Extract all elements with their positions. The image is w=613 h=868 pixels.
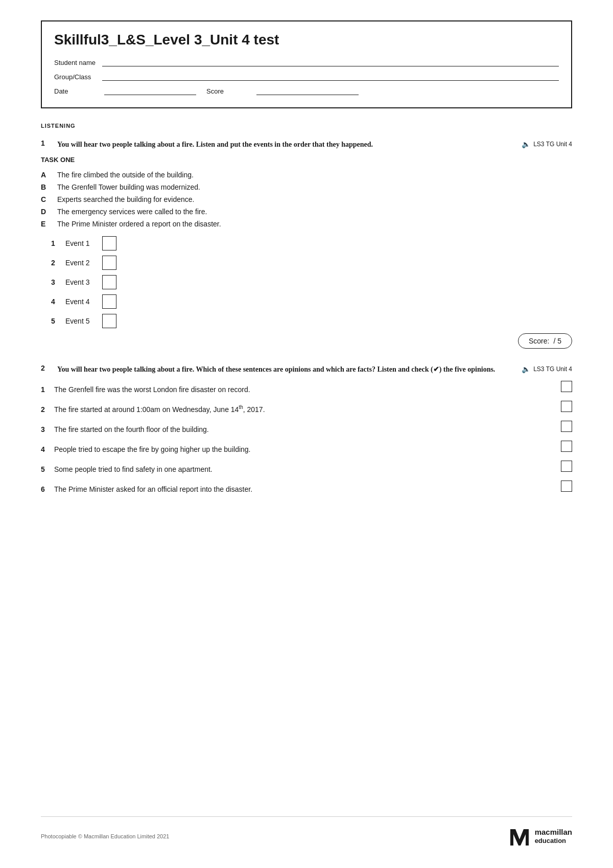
sentence-3-number: 3	[41, 425, 49, 433]
event-1-answer-box[interactable]	[102, 236, 116, 250]
option-D: D The emergency services were called to …	[41, 208, 572, 216]
score-box-1: Score: / 5	[518, 333, 572, 349]
brand-line-1: macmillan	[535, 827, 572, 837]
event-5: 5 Event 5	[51, 314, 572, 328]
sentence-1: 1 The Grenfell fire was the worst London…	[41, 381, 572, 394]
sentence-2-text: The fire started at around 1:00am on Wed…	[54, 404, 554, 414]
superscript-th: th	[239, 404, 243, 410]
macmillan-brand-text: macmillan education	[535, 827, 572, 846]
date-line[interactable]	[104, 86, 196, 95]
page-title: Skillful3_L&S_Level 3_Unit 4 test	[54, 32, 559, 48]
event-4-label: Event 4	[65, 298, 96, 306]
sentence-5: 5 Some people tried to find safety in on…	[41, 461, 572, 473]
sentence-5-number: 5	[41, 465, 49, 473]
sentence-4: 4 People tried to escape the fire by goi…	[41, 441, 572, 453]
event-3-answer-box[interactable]	[102, 275, 116, 289]
sentence-4-text: People tried to escape the fire by going…	[54, 445, 554, 453]
sentence-6: 6 The Prime Minister asked for an offici…	[41, 481, 572, 493]
option-C: C Experts searched the building for evid…	[41, 195, 572, 203]
student-name-line[interactable]	[102, 57, 559, 66]
student-name-row: Student name	[54, 57, 559, 66]
sentence-1-check-box[interactable]	[561, 381, 572, 392]
sentence-1-text: The Grenfell fire was the worst London f…	[54, 385, 554, 394]
score-label-1: Score:	[529, 337, 549, 345]
speaker-icon: 🔈	[522, 140, 530, 148]
question-1-instruction: You will hear two people talking about a…	[57, 139, 373, 150]
option-A: A The fire climbed the outside of the bu…	[41, 171, 572, 179]
date-label: Date	[54, 87, 100, 95]
event-3-label: Event 3	[65, 278, 96, 286]
question-2-number-text: 2 You will hear two people talking about…	[41, 364, 511, 375]
option-B-letter: B	[41, 183, 51, 191]
event-5-label: Event 5	[65, 317, 96, 325]
option-E: E The Prime Minister ordered a report on…	[41, 220, 572, 228]
date-group: Date	[54, 86, 196, 95]
score-line[interactable]	[256, 86, 359, 95]
event-4-answer-box[interactable]	[102, 294, 116, 309]
header-box: Skillful3_L&S_Level 3_Unit 4 test Studen…	[41, 20, 572, 108]
question-1-header: 1 You will hear two people talking about…	[41, 139, 572, 150]
sentence-5-check-box[interactable]	[561, 461, 572, 472]
question-2-audio-ref: LS3 TG Unit 4	[533, 366, 572, 373]
macmillan-logo-icon	[508, 825, 531, 848]
event-3: 3 Event 3	[51, 275, 572, 289]
question-2-header: 2 You will hear two people talking about…	[41, 364, 572, 375]
brand-line-2: education	[535, 837, 572, 846]
option-C-letter: C	[41, 195, 51, 203]
question-2-number: 2	[41, 364, 51, 375]
event-4: 4 Event 4	[51, 294, 572, 309]
option-B-text: The Grenfell Tower building was moderniz…	[57, 183, 200, 191]
speaker-icon-2: 🔈	[522, 365, 530, 373]
option-D-letter: D	[41, 208, 51, 216]
question-1-number-text: 1 You will hear two people talking about…	[41, 139, 511, 150]
option-E-letter: E	[41, 220, 51, 228]
footer-logo: macmillan education	[508, 825, 572, 848]
question-2-block: 2 You will hear two people talking about…	[41, 364, 572, 493]
question-1-block: 1 You will hear two people talking about…	[41, 139, 572, 349]
event-5-answer-box[interactable]	[102, 314, 116, 328]
sentence-2-number: 2	[41, 405, 49, 414]
sentence-6-number: 6	[41, 485, 49, 493]
student-name-label: Student name	[54, 59, 100, 66]
event-3-number: 3	[51, 278, 59, 286]
footer-copyright: Photocopiable © Macmillan Education Limi…	[41, 833, 169, 839]
option-D-text: The emergency services were called to th…	[57, 208, 207, 216]
group-class-line[interactable]	[102, 72, 559, 81]
option-list: A The fire climbed the outside of the bu…	[41, 171, 572, 228]
event-5-number: 5	[51, 317, 59, 325]
sentence-6-check-box[interactable]	[561, 481, 572, 492]
date-score-row: Date Score	[54, 86, 559, 95]
section-label: LISTENING	[41, 123, 572, 129]
option-B: B The Grenfell Tower building was modern…	[41, 183, 572, 191]
sentence-5-text: Some people tried to find safety in one …	[54, 465, 554, 473]
sentence-list: 1 The Grenfell fire was the worst London…	[41, 381, 572, 493]
score-badge-1: Score: / 5	[41, 333, 572, 349]
question-2-audio-badge[interactable]: 🔈 LS3 TG Unit 4	[522, 365, 572, 373]
score-value-1: / 5	[553, 337, 561, 345]
event-4-number: 4	[51, 298, 59, 306]
sentence-4-number: 4	[41, 445, 49, 453]
sentence-3-check-box[interactable]	[561, 421, 572, 432]
score-group: Score	[206, 86, 359, 95]
question-1-audio-ref: LS3 TG Unit 4	[533, 141, 572, 148]
task-one-label: TASK ONE	[41, 156, 572, 164]
question-2-instruction: You will hear two people talking about a…	[57, 364, 495, 375]
sentence-4-check-box[interactable]	[561, 441, 572, 452]
event-2-label: Event 2	[65, 259, 96, 267]
group-class-label: Group/Class	[54, 73, 100, 81]
question-1-audio-badge[interactable]: 🔈 LS3 TG Unit 4	[522, 140, 572, 148]
event-2-number: 2	[51, 259, 59, 267]
option-E-text: The Prime Minister ordered a report on t…	[57, 220, 221, 228]
sentence-6-text: The Prime Minister asked for an official…	[54, 485, 554, 493]
sentence-2-check-box[interactable]	[561, 401, 572, 412]
event-2: 2 Event 2	[51, 256, 572, 270]
event-1: 1 Event 1	[51, 236, 572, 250]
option-A-letter: A	[41, 171, 51, 179]
event-2-answer-box[interactable]	[102, 256, 116, 270]
sentence-3: 3 The fire started on the fourth floor o…	[41, 421, 572, 433]
event-1-label: Event 1	[65, 239, 96, 247]
option-C-text: Experts searched the building for eviden…	[57, 195, 195, 203]
footer: Photocopiable © Macmillan Education Limi…	[41, 816, 572, 848]
score-label: Score	[206, 87, 252, 95]
event-1-number: 1	[51, 239, 59, 247]
